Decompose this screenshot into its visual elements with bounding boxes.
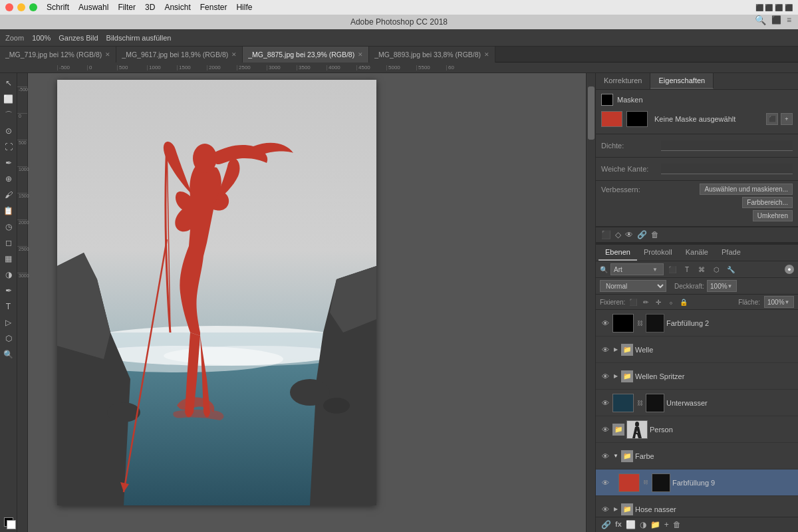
fix-icon-4[interactable]: ⬦ — [666, 297, 676, 307]
layer-vis-3[interactable]: 👁 — [600, 398, 610, 408]
flaeche-arrow[interactable]: ▼ — [785, 299, 790, 305]
fix-icon-5[interactable]: 🔒 — [678, 297, 689, 307]
fix-icon-1[interactable]: ⬛ — [628, 297, 638, 307]
shape-tool[interactable]: ⬡ — [1, 331, 16, 346]
vertical-scrollbar[interactable] — [586, 73, 595, 532]
crop-tool[interactable]: ⛶ — [1, 140, 16, 154]
layer-item-person[interactable]: 👁 📁 Person — [596, 416, 798, 443]
document-canvas[interactable] — [57, 80, 376, 505]
tab-3[interactable]: _MG_8893.jpg bei 33,8% (RGB/8) ✕ — [369, 47, 495, 63]
layer-item-hose-nasser[interactable]: 👁 ▶ 📁 Hose nasser — [596, 496, 798, 517]
layer-vis-5[interactable]: 👁 — [600, 451, 610, 462]
layer-item-welle[interactable]: 👁 ▶ 📁 Welle — [596, 336, 798, 363]
fill-screen-btn[interactable]: Bildschirm ausfüllen — [106, 34, 172, 42]
prop-icon-2[interactable]: ◇ — [615, 230, 621, 239]
layer-vis-6[interactable]: 👁 — [600, 477, 610, 488]
layers-tab-protokoll[interactable]: Protokoll — [637, 245, 679, 261]
layer-icon-btn-5[interactable]: 🔧 — [725, 263, 737, 275]
layer-expand-7[interactable]: ▶ — [612, 506, 619, 513]
layers-tab-kanäle[interactable]: Kanäle — [679, 245, 715, 261]
pen-tool[interactable]: ✒ — [1, 283, 16, 298]
umkehren-btn[interactable]: Umkehren — [753, 210, 793, 221]
layer-item-unterwasser[interactable]: 👁 ⛓ Unterwasser — [596, 390, 798, 416]
search-icon[interactable]: 🔍 — [755, 15, 766, 25]
mask-icon-1[interactable]: ⬛ — [766, 113, 778, 125]
menu-item-ansicht[interactable]: Ansicht — [164, 3, 190, 12]
menu-item-fenster[interactable]: Fenster — [200, 3, 227, 12]
group-icon[interactable]: 📁 — [650, 520, 660, 529]
mask-icon-2[interactable]: + — [781, 113, 793, 125]
history-tool[interactable]: ◷ — [1, 219, 16, 234]
layer-expand-5[interactable]: ▼ — [612, 453, 619, 460]
fx-icon[interactable]: fx — [615, 520, 622, 529]
lasso-tool[interactable]: ⌒ — [1, 108, 16, 122]
layer-item-farbe[interactable]: 👁 ▼ 📁 Farbe — [596, 443, 798, 469]
search-dropdown-icon[interactable]: ▼ — [652, 267, 658, 273]
menu-item-schrift[interactable]: Schrift — [47, 3, 69, 12]
delete-layer-icon[interactable]: 🗑 — [673, 520, 681, 529]
auswählen-maskieren-btn[interactable]: Auswählen und maskieren... — [700, 184, 793, 195]
layer-expand-2[interactable]: ▶ — [612, 373, 619, 380]
opacity-value[interactable]: 100% ▼ — [707, 280, 737, 292]
tab-eigenschaften[interactable]: Eigenschaften — [650, 73, 714, 89]
prop-icon-5[interactable]: 🗑 — [651, 230, 659, 239]
tab-close-2[interactable]: ✕ — [358, 51, 363, 58]
tab-close-3[interactable]: ✕ — [484, 51, 489, 58]
weiche-kante-input[interactable] — [661, 164, 793, 174]
layer-icon-btn-1[interactable]: ⬛ — [666, 263, 678, 275]
layer-expand-1[interactable]: ▶ — [612, 346, 619, 353]
tab-close-0[interactable]: ✕ — [105, 51, 110, 58]
layer-vis-2[interactable]: 👁 — [600, 371, 610, 382]
layers-tab-pfade[interactable]: Pfade — [715, 245, 747, 261]
menu-item-filter[interactable]: Filter — [118, 3, 136, 12]
blend-mode-select[interactable]: Normal Multiplizieren Abwedeln — [600, 280, 666, 292]
text-tool[interactable]: T — [1, 299, 16, 314]
prop-icon-4[interactable]: 🔗 — [637, 230, 647, 239]
prop-icon-1[interactable]: ⬛ — [601, 230, 611, 239]
tab-korrekturen[interactable]: Korrekturen — [596, 73, 650, 89]
prop-icon-3[interactable]: 👁 — [625, 230, 633, 239]
foreground-color[interactable] — [1, 515, 16, 529]
canvas-area[interactable]: -500 0 500 1000 1500 2000 2500 3000 — [17, 73, 595, 532]
layer-icon-btn-3[interactable]: ⌘ — [696, 263, 708, 275]
layer-icon-btn-4[interactable]: ⬡ — [710, 263, 722, 275]
vertical-scroll-thumb[interactable] — [588, 86, 595, 140]
layers-tab-ebenen[interactable]: Ebenen — [598, 245, 637, 261]
heal-tool[interactable]: ⊕ — [1, 172, 16, 186]
dodge-tool[interactable]: ◑ — [1, 267, 16, 282]
marquee-tool[interactable]: ⬜ — [1, 92, 16, 106]
tab-1[interactable]: _MG_9617.jpg bei 18,9% (RGB/8) ✕ — [116, 47, 243, 63]
new-layer-icon[interactable]: + — [664, 520, 669, 529]
move-tool[interactable]: ↖ — [1, 76, 16, 90]
eyedropper-tool[interactable]: ✒ — [1, 156, 16, 170]
menu-item-auswahl[interactable]: Auswahl — [78, 3, 108, 12]
fix-icon-2[interactable]: ✏ — [640, 297, 651, 307]
mask-icon[interactable]: ⬜ — [626, 520, 636, 529]
tab-0[interactable]: _MG_719.jpg bei 12% (RGB/8) ✕ — [0, 47, 116, 63]
layer-item-wellen-spritzer[interactable]: 👁 ▶ 📁 Wellen Spritzer — [596, 363, 798, 390]
stamp-tool[interactable]: 📋 — [1, 203, 16, 218]
menu-item-3d[interactable]: 3D — [145, 3, 155, 12]
link-layers-icon[interactable]: 🔗 — [601, 520, 611, 529]
layer-search-input[interactable] — [614, 266, 650, 273]
adjustment-icon[interactable]: ◑ — [640, 520, 646, 529]
layer-vis-7[interactable]: 👁 — [600, 504, 610, 515]
opacity-arrow[interactable]: ▼ — [728, 283, 733, 289]
fit-image-btn[interactable]: Ganzes Bild — [59, 34, 98, 42]
brush-tool[interactable]: 🖌 — [1, 188, 16, 202]
more-icon[interactable]: ≡ — [787, 15, 791, 25]
eraser-tool[interactable]: ◻ — [1, 235, 16, 250]
layer-icon-btn-2[interactable]: T — [681, 263, 693, 275]
path-tool[interactable]: ▷ — [1, 315, 16, 330]
quick-select-tool[interactable]: ⊙ — [1, 124, 16, 138]
dichte-input[interactable] — [661, 140, 793, 151]
fix-icon-3[interactable]: ✛ — [653, 297, 664, 307]
layer-vis-4[interactable]: 👁 — [600, 424, 610, 435]
layer-filter-circle[interactable]: ● — [785, 265, 794, 274]
farbbereich-btn[interactable]: Farbbereich... — [742, 197, 793, 208]
layer-vis-1[interactable]: 👁 — [600, 344, 610, 355]
layer-item-farbfullung2[interactable]: 👁 ⛓ Farbfüllung 2 — [596, 310, 798, 336]
workspace-icon[interactable]: ⬛ — [771, 15, 781, 25]
zoom-tool[interactable]: 🔍 — [1, 347, 16, 362]
flaeche-value[interactable]: 100% ▼ — [764, 296, 794, 308]
